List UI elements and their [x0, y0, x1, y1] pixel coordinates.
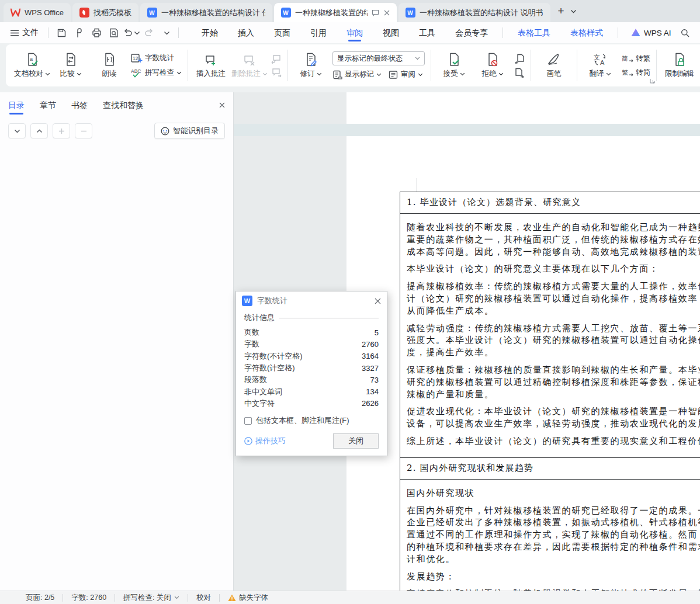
close-button[interactable]: 关闭 — [333, 433, 379, 449]
context-tab-表格工具[interactable]: 表格工具 — [508, 22, 560, 43]
section-body: 国内外研究现状在国内外研究中，针对辣椒移植装置的研究已经取得了一定的成果。一些企… — [400, 480, 700, 591]
svg-text:12: 12 — [133, 55, 138, 61]
翻译-button[interactable]: 文A翻译 — [581, 48, 619, 83]
checkbox-icon[interactable] — [244, 417, 252, 425]
审阅-button[interactable]: 审阅 — [389, 70, 423, 79]
stat-row: 字符数(不计空格)3164 — [244, 350, 379, 362]
include-textbox-checkbox[interactable]: 包括文本框、脚注和尾注(F) — [244, 415, 379, 426]
document-tab-5[interactable]: W一种辣椒移植装置的结构设计 说明书 — [398, 3, 550, 22]
save-button[interactable] — [53, 25, 68, 40]
stat-row: 段落数73 — [244, 374, 379, 386]
new-tab-button[interactable]: + — [558, 5, 564, 18]
close-icon[interactable] — [384, 10, 390, 16]
more-chevron-button[interactable] — [158, 25, 174, 40]
file-menu-button[interactable]: 文件 — [6, 27, 43, 38]
simp-to-trad-icon: 简 — [622, 54, 633, 63]
转繁-button[interactable]: 简转繁 — [622, 54, 650, 64]
menu-tab-审阅[interactable]: 审阅 — [337, 22, 373, 43]
next-revision-button[interactable] — [514, 68, 525, 78]
tab-title: 一种辣椒移植装置的结构设计 — [295, 8, 368, 18]
拒绝-button[interactable]: 拒绝 — [473, 48, 512, 83]
menu-tab-工具[interactable]: 工具 — [409, 22, 445, 43]
print-preview-button[interactable] — [106, 25, 121, 40]
document-tab-2[interactable]: 找稻壳模板 — [72, 3, 138, 22]
tips-link[interactable]: 操作技巧 — [244, 436, 286, 446]
save-icon — [57, 28, 67, 38]
字数统计-button[interactable]: 12字数统计 — [131, 53, 182, 64]
redo-button[interactable] — [141, 25, 156, 40]
menu-tab-视图[interactable]: 视图 — [373, 22, 409, 43]
markup-state-combobox[interactable]: 显示标记的最终状态 — [332, 51, 425, 65]
search-button[interactable] — [677, 25, 694, 41]
menu-tab-插入[interactable]: 插入 — [228, 22, 264, 43]
sidebar-tab-章节[interactable]: 章节 — [40, 92, 56, 118]
stat-row: 页数5 — [244, 327, 379, 338]
sidebar-tab-书签[interactable]: 书签 — [71, 92, 88, 118]
document-tab-4[interactable]: W一种辣椒移植装置的结构设计 — [274, 3, 397, 22]
限制编辑-button[interactable]: 限制编辑 — [660, 48, 699, 83]
print-preview-icon — [109, 28, 119, 38]
docer-logo — [79, 8, 89, 18]
拼写检查-button[interactable]: ABC拼写检查 — [131, 68, 182, 78]
document-tab-3[interactable]: W一种辣椒移植装置的结构设计 任务书.. — [140, 3, 272, 22]
stats-section-label: 统计信息 — [244, 313, 275, 323]
wps-ai-button[interactable]: WPS AI — [625, 29, 677, 37]
stats-section-header: 统计信息 — [244, 313, 379, 323]
menu-tab-开始[interactable]: 开始 — [192, 22, 228, 43]
robot-icon — [161, 127, 169, 136]
sidebar-tab-目录[interactable]: 目录 — [8, 92, 25, 118]
menu-tab-页面[interactable]: 页面 — [264, 22, 300, 43]
status-4[interactable]: 校对 — [188, 593, 219, 603]
context-tab-表格样式[interactable]: 表格样式 — [560, 22, 613, 43]
tab-list-chevron-icon[interactable] — [570, 9, 577, 13]
接受-button[interactable]: 接受 — [435, 48, 473, 83]
minus-button — [75, 123, 92, 138]
button-label: 拒绝 — [482, 69, 504, 79]
status-1[interactable]: 页面: 2/5 — [18, 593, 63, 603]
转简-button[interactable]: 繁转简 — [622, 68, 650, 78]
comment-indicator-icon[interactable] — [372, 9, 379, 16]
menu-tab-引用[interactable]: 引用 — [300, 22, 337, 43]
next-revision-icon — [514, 68, 525, 78]
page-gap — [234, 124, 700, 136]
print-button[interactable] — [88, 25, 103, 40]
显示标记-button[interactable]: 显示标记 — [332, 70, 382, 79]
tab-title: 找稻壳模板 — [93, 8, 131, 18]
prev-revision-icon — [514, 54, 525, 64]
document-tab-1[interactable]: WPS Office — [4, 3, 71, 22]
text-line: 本毕业设计（论文）的研究意义主要体现在以下几个方面： — [407, 263, 700, 275]
朗读-button[interactable]: 朗读 — [90, 48, 129, 83]
button-stack: 12字数统计ABC拼写检查 — [129, 53, 184, 78]
比较-button[interactable]: 比较 — [51, 48, 90, 83]
smart-catalog-button[interactable]: 智能识别目录 — [154, 123, 225, 139]
修订-button[interactable]: 修订 — [292, 48, 330, 83]
status-2[interactable]: 字数: 2760 — [63, 593, 115, 603]
word-count-dialog: W 字数统计 统计信息 页数5字数2760字符数(不计空格)3164字符数(计空… — [235, 291, 387, 456]
minus-icon — [81, 128, 87, 134]
button-label: 翻译 — [590, 69, 611, 79]
status-5[interactable]: 缺失字体 — [220, 593, 276, 603]
text-line: 国内外研究现状 — [407, 487, 700, 499]
画笔-button[interactable]: 画笔 — [535, 48, 573, 83]
ribbon: a文档校对比较朗读12字数统计ABC拼写检查插入批注删除批注修订显示标记的最终状… — [0, 43, 700, 92]
ribbon-group-5: 画笔 — [531, 47, 577, 84]
sidebar-tab-查找和替换[interactable]: 查找和替换 — [103, 92, 144, 118]
dialog-title-bar[interactable]: W 字数统计 — [236, 291, 387, 310]
sidebar-close-icon[interactable] — [219, 102, 225, 108]
proofread-icon: a — [25, 52, 40, 67]
launcher-icon[interactable] — [650, 78, 655, 84]
dialog-close-icon[interactable] — [375, 298, 381, 304]
page-2[interactable]: 1. 毕业设计（论文）选题背景、研究意义随着农业科技的不断发展，农业生产的自动化… — [346, 136, 700, 591]
prev-revision-button[interactable] — [514, 54, 525, 64]
chevron-up-button[interactable] — [30, 123, 48, 138]
restrict-edit-icon — [672, 52, 687, 67]
menu-tab-会员专享[interactable]: 会员专享 — [445, 22, 498, 43]
undo-button[interactable] — [123, 25, 138, 40]
export-pdf-button[interactable] — [71, 25, 86, 40]
tab-title: WPS Office — [25, 8, 64, 17]
文档校对-button[interactable]: a文档校对 — [13, 48, 51, 83]
插入批注-button[interactable]: 插入批注 — [192, 48, 230, 83]
chevron-down-button[interactable] — [8, 123, 26, 138]
document-table[interactable]: 1. 毕业设计（论文）选题背景、研究意义随着农业科技的不断发展，农业生产的自动化… — [400, 192, 700, 591]
status-3[interactable]: 拼写检查: 关闭 — [115, 593, 188, 603]
